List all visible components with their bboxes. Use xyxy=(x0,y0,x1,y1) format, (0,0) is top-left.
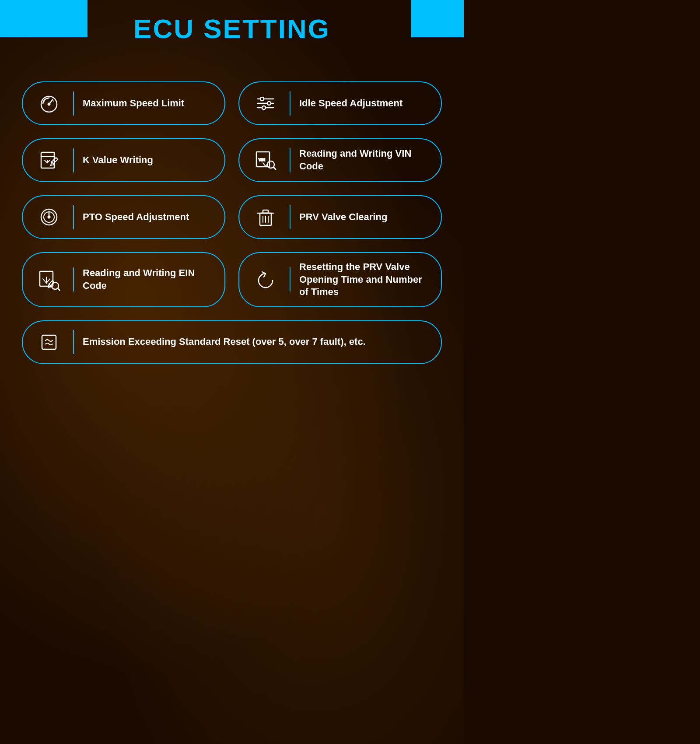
page-title: ECU SETTING xyxy=(133,9,330,49)
header: ECU SETTING xyxy=(0,0,464,55)
emission-reset-button[interactable]: Emission Exceeding Standard Reset (over … xyxy=(22,320,442,364)
svg-rect-24 xyxy=(263,210,268,213)
svg-line-4 xyxy=(44,101,45,102)
button-divider xyxy=(290,205,290,229)
sliders-icon xyxy=(250,90,281,116)
prv-valve-clearing-label: PRV Valve Clearing xyxy=(299,211,387,224)
ein-icon xyxy=(34,267,64,293)
vin-reading-writing-button[interactable]: VIN Reading and Writing VIN Code xyxy=(238,138,442,182)
k-value-icon xyxy=(34,147,64,173)
button-grid: Maximum Speed Limit Idle Speed Adjustmen… xyxy=(0,73,464,373)
svg-line-17 xyxy=(273,167,276,169)
idle-speed-adjustment-button[interactable]: Idle Speed Adjustment xyxy=(238,81,442,125)
svg-point-21 xyxy=(48,216,50,218)
maximum-speed-limit-label: Maximum Speed Limit xyxy=(83,97,184,110)
button-divider xyxy=(73,267,74,291)
emission-reset-label: Emission Exceeding Standard Reset (over … xyxy=(83,336,366,348)
header-bar-right xyxy=(411,0,464,37)
button-divider xyxy=(290,267,290,291)
gauge-icon xyxy=(34,204,64,230)
emission-icon xyxy=(34,329,64,355)
svg-rect-31 xyxy=(42,335,56,349)
button-divider xyxy=(73,330,74,354)
header-bar-left xyxy=(0,0,88,37)
maximum-speed-limit-button[interactable]: Maximum Speed Limit xyxy=(22,81,225,125)
ein-reading-writing-button[interactable]: Reading and Writing EIN Code xyxy=(22,252,225,307)
button-divider xyxy=(290,91,290,116)
k-value-writing-button[interactable]: K Value Writing xyxy=(22,138,225,182)
reset-icon xyxy=(250,267,281,293)
prv-valve-reset-button[interactable]: Resetting the PRV Valve Opening Time and… xyxy=(238,252,442,307)
svg-point-2 xyxy=(48,103,50,105)
button-divider xyxy=(290,148,290,172)
svg-point-10 xyxy=(267,102,271,105)
prv-valve-reset-label: Resetting the PRV Valve Opening Time and… xyxy=(299,261,430,298)
prv-valve-clearing-button[interactable]: PRV Valve Clearing xyxy=(238,195,442,239)
pto-speed-adjustment-button[interactable]: PTO Speed Adjustment xyxy=(22,195,225,239)
pto-speed-adjustment-label: PTO Speed Adjustment xyxy=(83,211,189,224)
button-divider xyxy=(73,148,74,172)
vin-icon: VIN xyxy=(250,147,281,173)
svg-line-5 xyxy=(53,101,55,102)
trash-icon xyxy=(250,204,281,230)
k-value-writing-label: K Value Writing xyxy=(83,154,153,167)
button-divider xyxy=(73,91,74,116)
svg-line-30 xyxy=(58,288,60,291)
idle-speed-adjustment-label: Idle Speed Adjustment xyxy=(299,97,402,110)
speedometer-icon xyxy=(34,90,64,116)
ein-reading-writing-label: Reading and Writing EIN Code xyxy=(83,267,214,292)
svg-text:VIN: VIN xyxy=(259,158,265,162)
svg-point-9 xyxy=(260,97,264,101)
button-divider xyxy=(73,205,74,229)
vin-reading-writing-label: Reading and Writing VIN Code xyxy=(299,147,430,172)
svg-point-11 xyxy=(262,106,266,109)
